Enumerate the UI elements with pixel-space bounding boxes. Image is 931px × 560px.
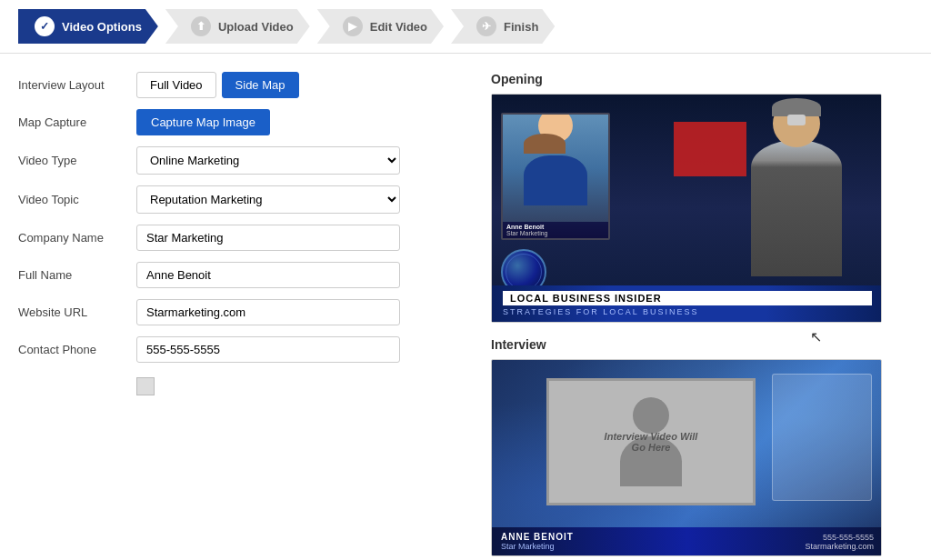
company-name-row: Company Name [18, 225, 473, 251]
website-url-label: Website URL [18, 305, 136, 319]
news-subtitle: STRATEGIES FOR LOCAL BUSINESS [503, 307, 872, 316]
anchor-female-label: Anne Benoit Star Marketing [503, 222, 608, 238]
interview-section: Interview Interview Video WillGo H [491, 337, 913, 556]
video-type-label: Video Type [18, 154, 136, 167]
interview-phone-text: 555-555-5555 [805, 533, 874, 542]
full-name-label: Full Name [18, 268, 136, 282]
capture-map-button[interactable]: Capture Map Image [136, 109, 270, 135]
interview-preview-container: Interview Video WillGo Here ANNE BENOIT … [491, 359, 882, 556]
interview-video-box: Interview Video WillGo Here [546, 378, 756, 505]
step-label-edit-video: Edit Video [370, 20, 427, 34]
map-capture-label: Map Capture [18, 115, 136, 129]
opening-preview-container: Anne Benoit Star Marketing [491, 94, 882, 323]
contact-phone-row: Contact Phone [18, 336, 473, 363]
website-url-row: Website URL [18, 299, 473, 325]
wizard-step-video-options[interactable]: ✓ Video Options [18, 9, 158, 44]
step-check-icon: ✓ [35, 16, 55, 36]
interview-preview: Interview Video WillGo Here ANNE BENOIT … [492, 360, 882, 555]
full-name-input[interactable] [136, 262, 400, 288]
interview-layout-label: Interview Layout [18, 78, 136, 92]
full-name-row: Full Name [18, 262, 473, 288]
image-icon [136, 377, 155, 395]
video-type-row: Video Type Online MarketingSocial MediaS… [18, 146, 473, 175]
interview-name-text: ANNE BENOIT [501, 532, 574, 542]
video-topic-row: Video Topic Reputation MarketingOnline M… [18, 185, 473, 214]
interview-company-text: Star Marketing [501, 542, 574, 551]
step-label-video-options: Video Options [62, 20, 142, 34]
company-name-input[interactable] [136, 225, 400, 251]
opening-title: Opening [491, 72, 913, 86]
news-lower-third: LOCAL BUSINESS INSIDER STRATEGIES FOR LO… [492, 285, 882, 322]
interview-lower-left: ANNE BENOIT Star Marketing [501, 532, 574, 551]
anchor-male [728, 95, 865, 276]
opening-section: Opening Anne Ben [491, 72, 913, 323]
contact-phone-input[interactable] [136, 336, 400, 363]
interview-title: Interview [491, 337, 913, 352]
interview-layout-row: Interview Layout Full Video Side Map [18, 72, 473, 98]
news-title-bar: LOCAL BUSINESS INSIDER [503, 291, 872, 305]
step-finish-icon: ✈ [476, 16, 496, 36]
step-play-icon: ▶ [343, 16, 363, 36]
video-topic-select[interactable]: Reputation MarketingOnline MarketingLoca… [136, 185, 400, 214]
wizard-step-upload-video[interactable]: ⬆ Upload Video [165, 9, 310, 44]
layout-full-video-button[interactable]: Full Video [136, 72, 216, 98]
image-placeholder [136, 374, 473, 398]
anchor-female: Anne Benoit Star Marketing [501, 113, 610, 240]
layout-side-map-button[interactable]: Side Map [222, 72, 299, 98]
cursor-indicator: ↖ [810, 330, 822, 345]
video-topic-label: Video Topic [18, 193, 136, 206]
wizard-step-finish[interactable]: ✈ Finish [451, 9, 555, 44]
website-url-input[interactable] [136, 299, 400, 325]
interview-lower-right: 555-555-5555 Starmarketing.com [805, 533, 874, 551]
step-upload-icon: ⬆ [191, 16, 211, 36]
company-name-label: Company Name [18, 231, 136, 245]
wizard-nav: ✓ Video Options ⬆ Upload Video ▶ Edit Vi… [0, 0, 931, 54]
main-content: Interview Layout Full Video Side Map Map… [0, 54, 931, 560]
step-label-upload-video: Upload Video [218, 20, 294, 34]
contact-phone-label: Contact Phone [18, 343, 136, 356]
form-panel: Interview Layout Full Video Side Map Map… [18, 72, 473, 560]
interview-video-text: Interview Video WillGo Here [605, 431, 698, 453]
globe-lines [506, 254, 542, 290]
interview-card [772, 374, 872, 501]
opening-preview: Anne Benoit Star Marketing [492, 95, 882, 322]
preview-panel: Opening Anne Ben [491, 72, 913, 560]
interview-lower-bar: ANNE BENOIT Star Marketing 555-555-5555 … [492, 527, 882, 555]
layout-toggle-group: Full Video Side Map [136, 72, 299, 98]
wizard-step-edit-video[interactable]: ▶ Edit Video [317, 9, 444, 44]
map-capture-row: Map Capture Capture Map Image [18, 109, 473, 135]
step-label-finish: Finish [504, 20, 538, 34]
interview-website-text: Starmarketing.com [805, 542, 874, 551]
video-type-select[interactable]: Online MarketingSocial MediaSEO [136, 146, 400, 175]
